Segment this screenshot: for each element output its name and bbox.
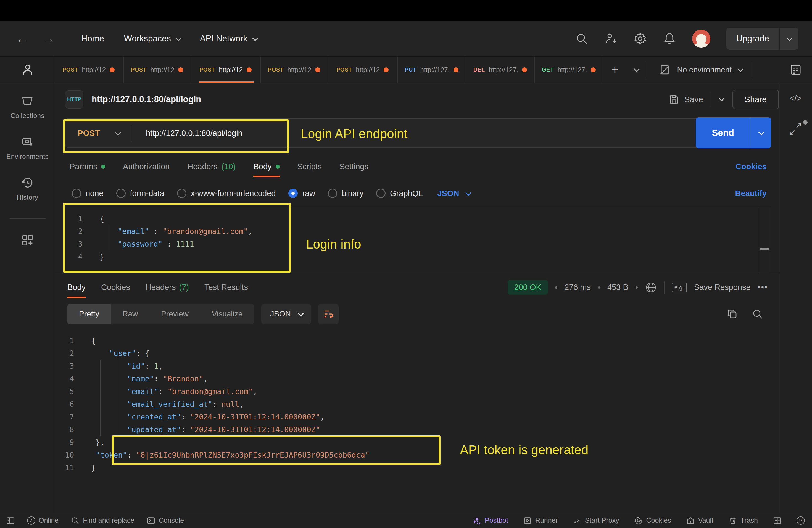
request-tab-authorization[interactable]: Authorization <box>123 151 170 182</box>
nav-workspaces[interactable]: Workspaces <box>124 34 180 44</box>
body-language-dropdown[interactable]: JSON <box>437 189 470 198</box>
http-request-badge: HTTP <box>65 90 83 108</box>
method-dropdown[interactable]: POST <box>66 119 132 147</box>
request-tab-5[interactable]: POSThttp://12 <box>329 57 398 83</box>
profile-icon[interactable] <box>0 57 55 83</box>
copy-icon[interactable] <box>726 308 738 320</box>
find-and-replace[interactable]: Find and replace <box>71 516 134 525</box>
radio-button[interactable] <box>376 189 386 198</box>
request-tab-8[interactable]: GEThttp://127. <box>535 57 603 83</box>
user-avatar[interactable] <box>692 30 710 48</box>
response-tab-headers[interactable]: Headers(7) <box>146 274 189 301</box>
radio-button[interactable] <box>177 189 186 198</box>
view-visualize[interactable]: Visualize <box>200 304 255 324</box>
request-tab-7[interactable]: DELhttp://127. <box>466 57 535 83</box>
sidebar-item-history[interactable]: History <box>17 176 38 201</box>
request-tab-settings[interactable]: Settings <box>339 151 368 182</box>
request-tab-4[interactable]: POSThttp://12 <box>261 57 329 83</box>
tab-method-label: POST <box>268 67 284 73</box>
code-snippet-icon[interactable]: </> <box>779 83 812 114</box>
view-pretty[interactable]: Pretty <box>68 304 111 324</box>
trash-button[interactable]: Trash <box>728 516 758 525</box>
tab-options-chevron-icon[interactable] <box>626 57 646 83</box>
search-response-icon[interactable] <box>752 308 764 320</box>
radio-button[interactable] <box>116 189 126 198</box>
view-raw[interactable]: Raw <box>111 304 149 324</box>
nav-api-network[interactable]: API Network <box>200 34 257 44</box>
online-status[interactable]: ✓Online <box>27 516 59 525</box>
editor-scrollbar[interactable] <box>758 207 771 274</box>
notifications-bell-icon[interactable] <box>663 32 676 45</box>
runner-button[interactable]: Runner <box>523 516 558 525</box>
url-input[interactable]: http://127.0.0.1:80/api/login <box>132 129 698 138</box>
more-actions-icon[interactable]: ••• <box>758 283 768 292</box>
split-panel-icon[interactable] <box>773 516 782 525</box>
annotation-login-info-label: Login info <box>306 237 361 252</box>
search-icon[interactable] <box>575 32 588 45</box>
settings-gear-icon[interactable] <box>634 32 647 45</box>
body-mode-binary[interactable]: binary <box>328 189 363 198</box>
radio-button[interactable] <box>72 189 81 198</box>
request-body-editor[interactable]: 1{2 "email" : "brandon@gmail.com",3 "pas… <box>63 207 771 274</box>
body-mode-form-data[interactable]: form-data <box>116 189 164 198</box>
console-button[interactable]: Console <box>147 516 184 525</box>
save-as-example-icon[interactable]: e.g. <box>672 282 687 292</box>
help-icon[interactable]: ? <box>797 516 805 525</box>
cookies-link[interactable]: Cookies <box>736 162 767 171</box>
body-mode-x-www-form-urlencoded[interactable]: x-www-form-urlencoded <box>177 189 276 198</box>
request-title-row: HTTP http://127.0.0.1:80/api/login Save … <box>55 83 779 116</box>
proxy-signal-icon <box>573 516 582 525</box>
save-options-chevron-icon[interactable] <box>719 97 723 102</box>
postbot-button[interactable]: Postbot <box>473 516 508 525</box>
response-tab-test-results[interactable]: Test Results <box>204 274 248 301</box>
new-tab-button[interactable]: + <box>603 57 626 83</box>
body-mode-raw[interactable]: raw <box>288 189 315 198</box>
line-number: 10 <box>55 449 80 461</box>
save-response-button[interactable]: Save Response <box>694 283 751 292</box>
request-tab-6[interactable]: PUThttp://127. <box>398 57 466 83</box>
response-time: 276 ms <box>565 283 591 292</box>
sidebar-item-environments[interactable]: Environments <box>6 135 48 160</box>
environment-quick-look-icon[interactable] <box>779 57 812 83</box>
request-body-code: 1{2 "email" : "brandon@gmail.com",3 "pas… <box>64 207 771 263</box>
vault-button[interactable]: Vault <box>686 516 713 525</box>
cookies-button[interactable]: Cookies <box>634 516 671 525</box>
invite-user-icon[interactable] <box>604 32 618 45</box>
radio-button[interactable] <box>288 189 298 198</box>
request-tab-headers[interactable]: Headers(10) <box>187 151 236 182</box>
upgrade-chevron-icon[interactable] <box>779 28 798 50</box>
sidebar-item-collections[interactable]: Collections <box>11 94 44 120</box>
beautify-link[interactable]: Beautify <box>735 189 767 198</box>
save-button[interactable]: Save <box>668 94 703 105</box>
request-tab-body[interactable]: Body <box>253 151 279 182</box>
toggle-sidebar-icon[interactable] <box>6 516 15 525</box>
response-tab-cookies[interactable]: Cookies <box>101 274 130 301</box>
request-tab-1[interactable]: POSThttp://12 <box>55 57 124 83</box>
status-badge[interactable]: 200 OK <box>508 280 548 295</box>
request-tab-3[interactable]: POSThttp://12 <box>192 57 261 83</box>
request-tab-params[interactable]: Params <box>70 151 105 182</box>
forward-arrow-icon[interactable]: → <box>43 32 55 46</box>
network-globe-icon[interactable] <box>645 281 657 294</box>
request-tab-2[interactable]: POSThttp://12 <box>124 57 192 83</box>
send-button[interactable]: Send <box>696 117 771 148</box>
share-button[interactable]: Share <box>733 90 779 109</box>
body-mode-graphql[interactable]: GraphQL <box>376 189 423 198</box>
line-number: 3 <box>55 360 80 372</box>
wrap-lines-button[interactable] <box>318 304 338 324</box>
response-tab-body[interactable]: Body <box>68 274 86 301</box>
view-preview[interactable]: Preview <box>149 304 200 324</box>
request-tab-scripts[interactable]: Scripts <box>298 151 322 182</box>
send-options-chevron-icon[interactable] <box>750 117 771 148</box>
radio-button[interactable] <box>328 189 337 198</box>
add-module-icon[interactable] <box>20 233 35 249</box>
response-body-viewer[interactable]: 1{2 "user": {3 "id": 1,4 "name": "Brando… <box>55 327 779 513</box>
nav-home[interactable]: Home <box>81 34 104 44</box>
back-arrow-icon[interactable]: ← <box>16 32 28 46</box>
start-proxy-button[interactable]: Start Proxy <box>573 516 619 525</box>
upgrade-button[interactable]: Upgrade <box>726 28 798 50</box>
environment-selector[interactable]: No environment <box>649 57 752 83</box>
body-mode-none[interactable]: none <box>72 189 104 198</box>
expand-panel-icon[interactable]: ↗↙ <box>779 114 812 144</box>
response-language-dropdown[interactable]: JSON <box>261 304 311 324</box>
